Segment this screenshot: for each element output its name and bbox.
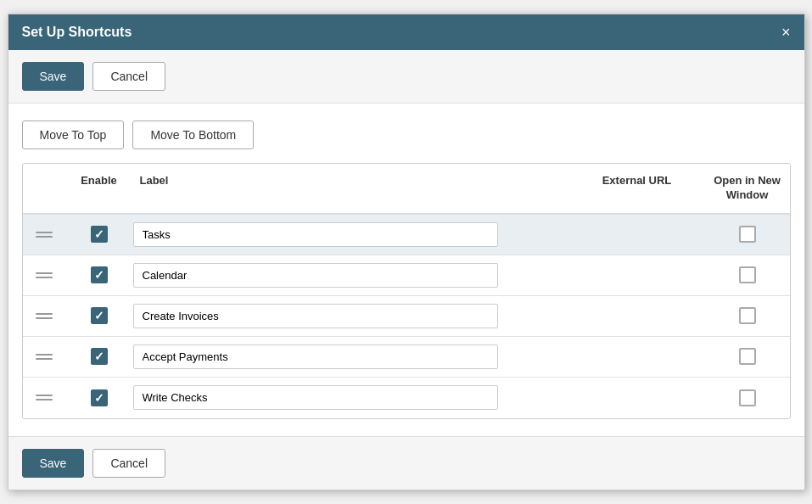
drag-lines-icon [36, 232, 53, 238]
enable-checkbox[interactable] [91, 307, 108, 324]
enable-checkbox-cell [65, 389, 133, 406]
drag-handle[interactable] [23, 272, 65, 278]
table-row [23, 337, 790, 378]
modal-title: Set Up Shortcuts [22, 25, 132, 40]
table-row [23, 215, 790, 255]
drag-handle[interactable] [23, 232, 65, 238]
drag-lines-icon [36, 272, 53, 278]
open-window-cell [705, 348, 790, 365]
label-cell [133, 304, 569, 328]
label-cell [133, 344, 569, 369]
enable-checkbox-cell [65, 348, 133, 365]
enable-checkbox-cell [65, 307, 133, 324]
close-button[interactable]: × [781, 25, 791, 40]
enable-checkbox[interactable] [91, 266, 108, 283]
table-row [23, 255, 790, 296]
label-cell [133, 385, 569, 410]
open-window-cell [705, 307, 790, 324]
drag-lines-icon [36, 354, 53, 360]
bottom-cancel-button[interactable]: Cancel [92, 449, 165, 478]
open-window-checkbox[interactable] [739, 266, 756, 283]
top-toolbar: Save Cancel [8, 50, 804, 104]
open-window-checkbox[interactable] [739, 389, 756, 406]
open-window-checkbox[interactable] [739, 226, 756, 243]
open-window-cell [705, 389, 790, 406]
open-window-cell [705, 266, 790, 283]
open-window-checkbox[interactable] [739, 348, 756, 365]
modal-header: Set Up Shortcuts × [8, 14, 804, 50]
drag-handle[interactable] [23, 313, 65, 319]
drag-handle[interactable] [23, 354, 65, 360]
drag-handle[interactable] [23, 395, 65, 400]
move-to-bottom-button[interactable]: Move To Bottom [132, 120, 254, 149]
open-window-cell [705, 226, 790, 243]
external-url-header: External URL [569, 171, 705, 206]
open-window-header: Open in New Window [705, 171, 790, 206]
table-row [23, 296, 790, 337]
move-to-top-button[interactable]: Move To Top [22, 120, 125, 149]
modal-footer: Save Cancel [8, 436, 804, 490]
label-input[interactable] [133, 344, 498, 369]
table-header: Enable Label External URL Open in New Wi… [23, 164, 790, 215]
setup-shortcuts-modal: Set Up Shortcuts × Save Cancel Move To T… [8, 14, 805, 490]
modal-body: Move To Top Move To Bottom Enable Label … [8, 104, 804, 436]
bottom-save-button[interactable]: Save [22, 449, 85, 478]
label-input[interactable] [133, 263, 498, 288]
label-input[interactable] [133, 222, 498, 247]
top-cancel-button[interactable]: Cancel [92, 62, 165, 91]
top-save-button[interactable]: Save [22, 62, 85, 91]
open-window-checkbox[interactable] [739, 307, 756, 324]
label-cell [133, 222, 569, 247]
action-buttons: Move To Top Move To Bottom [22, 120, 791, 149]
enable-checkbox[interactable] [91, 389, 108, 406]
shortcuts-table: Enable Label External URL Open in New Wi… [22, 163, 791, 419]
table-row [23, 378, 790, 418]
label-header: Label [133, 171, 569, 206]
enable-checkbox-cell [65, 226, 133, 243]
drag-lines-icon [36, 313, 53, 319]
enable-checkbox-cell [65, 266, 133, 283]
enable-header: Enable [65, 171, 133, 206]
drag-lines-icon [36, 395, 53, 400]
enable-checkbox[interactable] [91, 226, 108, 243]
enable-checkbox[interactable] [91, 348, 108, 365]
label-input[interactable] [133, 385, 498, 410]
label-input[interactable] [133, 304, 498, 328]
drag-header [23, 171, 65, 206]
label-cell [133, 263, 569, 288]
